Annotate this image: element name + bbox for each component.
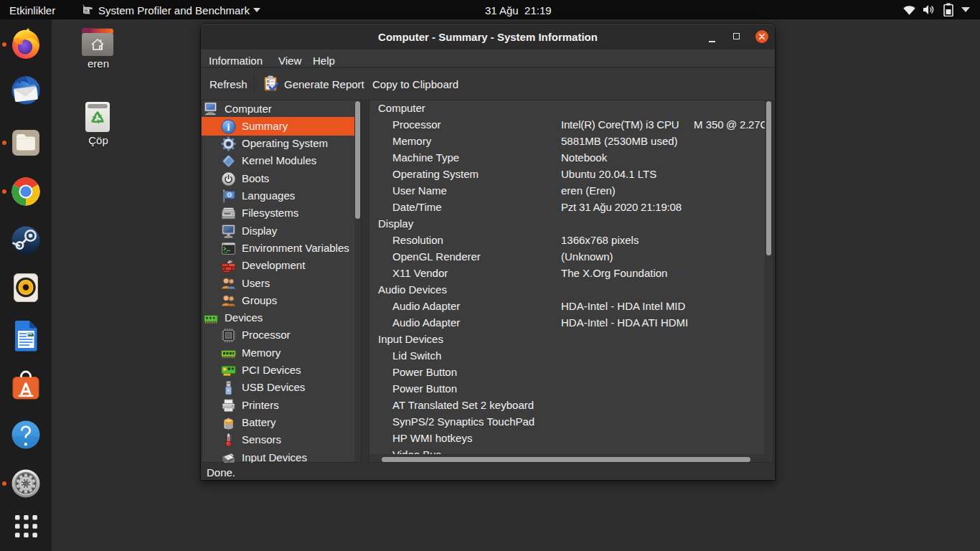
svg-text:i: i [227, 121, 230, 133]
